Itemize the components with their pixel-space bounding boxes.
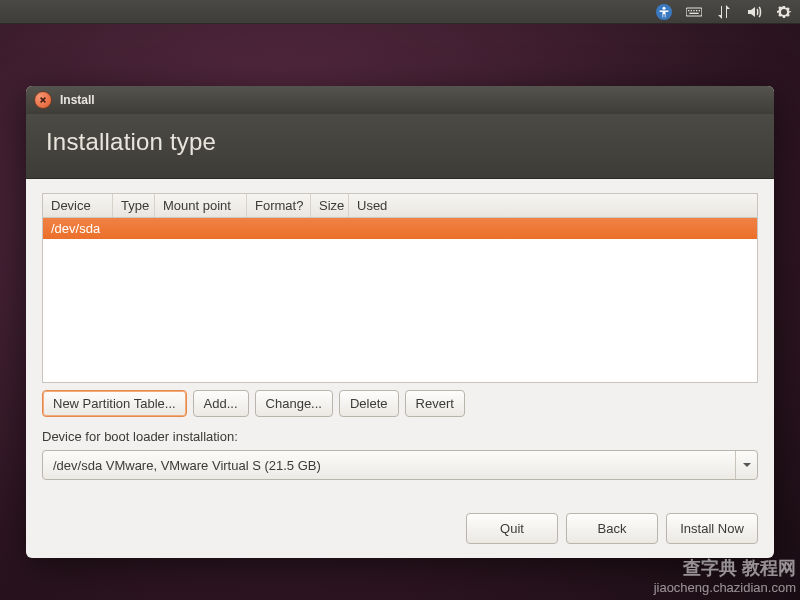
add-button[interactable]: Add... — [193, 390, 249, 417]
bootloader-label: Device for boot loader installation: — [42, 429, 758, 444]
partition-toolbar: New Partition Table... Add... Change... … — [42, 390, 758, 417]
column-mount-point[interactable]: Mount point — [155, 194, 247, 217]
column-type[interactable]: Type — [113, 194, 155, 217]
main-content: Device Type Mount point Format? Size Use… — [26, 179, 774, 558]
chevron-down-icon[interactable] — [735, 451, 757, 479]
quit-button[interactable]: Quit — [466, 513, 558, 544]
svg-point-0 — [663, 6, 666, 9]
svg-rect-1 — [686, 8, 702, 16]
page-header: Installation type — [26, 114, 774, 179]
bootloader-device-select[interactable]: /dev/sda VMware, VMware Virtual S (21.5 … — [42, 450, 758, 480]
column-format[interactable]: Format? — [247, 194, 311, 217]
svg-rect-5 — [696, 10, 697, 11]
keyboard-icon[interactable] — [686, 4, 702, 20]
close-icon[interactable] — [34, 91, 52, 109]
table-body: /dev/sda — [43, 218, 757, 382]
column-device[interactable]: Device — [43, 194, 113, 217]
watermark-line2: jiaocheng.chazidian.com — [654, 580, 796, 596]
revert-button[interactable]: Revert — [405, 390, 465, 417]
bootloader-selected-value: /dev/sda VMware, VMware Virtual S (21.5 … — [43, 458, 735, 473]
install-window: Install Installation type Device Type Mo… — [26, 86, 774, 558]
delete-button[interactable]: Delete — [339, 390, 399, 417]
change-button[interactable]: Change... — [255, 390, 333, 417]
svg-rect-7 — [689, 12, 698, 13]
watermark-line1: 查字典 教程网 — [654, 557, 796, 580]
back-button[interactable]: Back — [566, 513, 658, 544]
svg-rect-6 — [699, 10, 700, 11]
top-menubar — [0, 0, 800, 24]
network-icon[interactable] — [716, 4, 732, 20]
svg-rect-4 — [693, 10, 694, 11]
window-titlebar: Install — [26, 86, 774, 114]
table-row[interactable]: /dev/sda — [43, 218, 757, 239]
new-partition-table-button[interactable]: New Partition Table... — [42, 390, 187, 417]
accessibility-icon[interactable] — [656, 4, 672, 20]
install-now-button[interactable]: Install Now — [666, 513, 758, 544]
svg-rect-2 — [688, 10, 689, 11]
volume-icon[interactable] — [746, 4, 762, 20]
partition-table[interactable]: Device Type Mount point Format? Size Use… — [42, 193, 758, 383]
table-header: Device Type Mount point Format? Size Use… — [43, 194, 757, 218]
window-title: Install — [60, 93, 95, 107]
watermark: 查字典 教程网 jiaocheng.chazidian.com — [654, 557, 796, 596]
column-size[interactable]: Size — [311, 194, 349, 217]
svg-rect-3 — [691, 10, 692, 11]
page-title: Installation type — [46, 128, 754, 156]
gear-icon[interactable] — [776, 4, 792, 20]
column-used[interactable]: Used — [349, 194, 757, 217]
wizard-footer: Quit Back Install Now — [42, 497, 758, 544]
cell-device: /dev/sda — [51, 221, 121, 236]
